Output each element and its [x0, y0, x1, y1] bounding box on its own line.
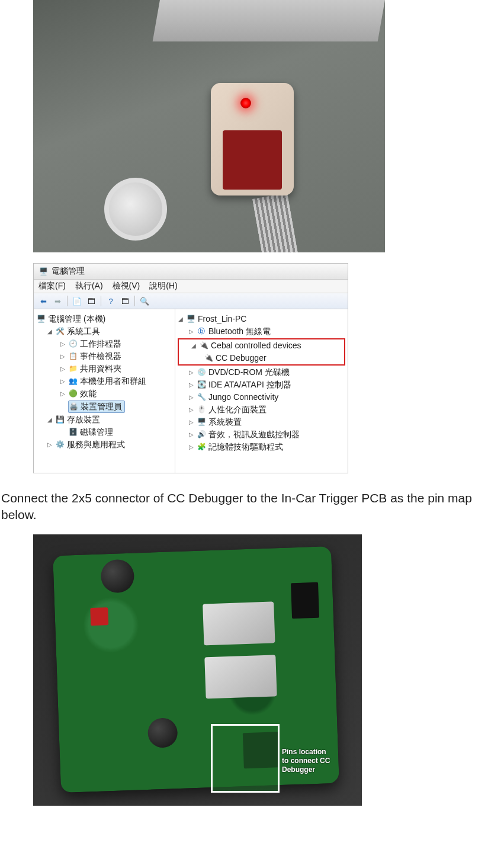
- toolbar-separator: [67, 296, 68, 306]
- expand-icon[interactable]: ◢: [47, 414, 53, 425]
- pin-label-line2: to connect CC Debugger: [282, 757, 362, 774]
- menu-bar[interactable]: 檔案(F) 執行(A) 檢視(V) 說明(H): [34, 280, 348, 293]
- toolbar-separator: [134, 296, 135, 306]
- scan-icon[interactable]: 🔍: [139, 295, 150, 307]
- tree-device-manager[interactable]: 🖨️ 裝置管理員: [36, 400, 172, 414]
- storage-icon: 💾: [55, 415, 65, 425]
- expand-icon[interactable]: ▷: [60, 363, 66, 374]
- buzzer-shape: [147, 717, 178, 748]
- expand-icon[interactable]: ▷: [188, 416, 194, 428]
- menu-view[interactable]: 檢視(V): [113, 281, 140, 291]
- ide-icon: 💽: [197, 380, 206, 390]
- device-memory[interactable]: ▷ 🧩 記憶體技術驅動程式: [178, 441, 345, 453]
- device-dvd[interactable]: ▷ 💿 DVD/CD-ROM 光碟機: [178, 366, 345, 379]
- back-button[interactable]: ⬅: [37, 295, 49, 307]
- device-hid[interactable]: ▷ 🖱️ 人性化介面裝置: [178, 403, 345, 416]
- memory-icon: 🧩: [197, 443, 206, 452]
- tree-label: 記憶體技術驅動程式: [208, 441, 283, 453]
- pin-location-label: Pins location to connect CC Debugger: [282, 748, 362, 774]
- jungo-icon: 🔧: [197, 393, 206, 402]
- users-icon: 👥: [68, 377, 78, 386]
- expand-icon[interactable]: ▷: [188, 392, 194, 403]
- photo-pcb: Pins location to connect CC Debugger: [33, 534, 362, 806]
- toolbar-separator: [101, 296, 101, 306]
- pin-label-line1: Pins location: [282, 748, 362, 757]
- tree-label: Jungo Connectivity: [208, 392, 278, 403]
- perf-icon: 🟢: [68, 389, 78, 399]
- window-title: 電腦管理: [52, 266, 85, 277]
- hid-icon: 🖱️: [197, 405, 206, 415]
- device-system[interactable]: ▷ 🖥️ 系統裝置: [178, 416, 345, 428]
- panel-icon[interactable]: 🗔: [119, 295, 131, 307]
- expand-icon[interactable]: ▷: [188, 379, 194, 390]
- computer-icon: 🖥️: [38, 267, 48, 276]
- expand-icon[interactable]: ◢: [178, 313, 184, 325]
- tree-label: 電腦管理 (本機): [48, 313, 105, 325]
- device-bluetooth[interactable]: ▷ ⓑ Bluetooth 無線電: [178, 325, 345, 338]
- usb-icon: 🔌: [199, 341, 208, 351]
- tree-services-apps[interactable]: ▷ ⚙️ 服務與應用程式: [36, 438, 172, 451]
- expand-icon[interactable]: ▷: [60, 376, 66, 387]
- expand-icon[interactable]: ▷: [188, 404, 194, 415]
- expand-icon[interactable]: ▷: [60, 388, 66, 399]
- folder-up-icon[interactable]: 📄: [71, 295, 83, 307]
- photo-cc-debugger: [33, 0, 385, 252]
- tree-label: 事件檢視器: [80, 351, 121, 362]
- toolbar: ⬅ ➡ 📄 🗔 ? 🗔 🔍: [34, 293, 348, 309]
- computer-icon: 🖥️: [36, 315, 46, 324]
- tree-event-viewer[interactable]: ▷ 📋 事件檢視器: [36, 350, 172, 363]
- expand-icon[interactable]: ▷: [188, 326, 194, 337]
- window-body: 🖥️ 電腦管理 (本機) ◢ 🛠️ 系統工具 ▷ 🕘 工作排程器 ▷ 📋 事件檢…: [34, 309, 348, 473]
- tree-disk-mgmt[interactable]: 🗄️ 磁碟管理: [36, 426, 172, 438]
- tree-label: 工作排程器: [80, 338, 121, 350]
- expand-icon[interactable]: ◢: [191, 340, 197, 351]
- status-led-icon: [240, 98, 251, 108]
- capacitor-shape: [100, 559, 134, 593]
- ribbon-cable-shape: [252, 193, 300, 252]
- tree-label: CC Debugger: [216, 352, 267, 364]
- tree-label: Frost_Lin-PC: [198, 313, 246, 325]
- tree-root[interactable]: 🖥️ 電腦管理 (本機): [36, 313, 172, 325]
- tree-label: Cebal controlled devices: [211, 340, 301, 351]
- tree-label: 系統工具: [67, 326, 100, 337]
- tree-system-tools[interactable]: ◢ 🛠️ 系統工具: [36, 325, 172, 338]
- expand-icon[interactable]: ▷: [60, 338, 66, 350]
- device-cc-debugger[interactable]: 🔌 CC Debugger: [180, 352, 343, 364]
- tree-performance[interactable]: ▷ 🟢 效能: [36, 387, 172, 400]
- tree-task-scheduler[interactable]: ▷ 🕘 工作排程器: [36, 338, 172, 350]
- expand-icon[interactable]: ▷: [60, 351, 66, 362]
- tree-label: DVD/CD-ROM 光碟機: [208, 367, 290, 378]
- tree-label: 人性化介面裝置: [208, 404, 267, 415]
- device-manager-icon: 🖨️: [69, 402, 78, 412]
- switch-shape: [90, 607, 108, 626]
- expand-icon[interactable]: ▷: [188, 429, 194, 440]
- expand-icon[interactable]: ▷: [188, 367, 194, 378]
- debugger-case-shape: [211, 83, 294, 196]
- device-ide[interactable]: ▷ 💽 IDE ATA/ATAPI 控制器: [178, 379, 345, 391]
- device-cebal[interactable]: ◢ 🔌 Cebal controlled devices: [180, 339, 343, 352]
- device-icon: 🔌: [204, 354, 213, 363]
- tree-shared-folders[interactable]: ▷ 📁 共用資料夾: [36, 363, 172, 375]
- tree-local-users[interactable]: ▷ 👥 本機使用者和群組: [36, 375, 172, 387]
- expand-icon[interactable]: ▷: [47, 439, 53, 450]
- properties-icon[interactable]: 🗔: [85, 295, 97, 307]
- tree-label: 服務與應用程式: [67, 439, 125, 450]
- forward-button[interactable]: ➡: [52, 295, 63, 307]
- tree-label: 存放裝置: [67, 414, 100, 425]
- rf-shield-shape: [203, 601, 275, 645]
- tree-storage[interactable]: ◢ 💾 存放裝置: [36, 414, 172, 426]
- menu-action[interactable]: 執行(A): [75, 281, 103, 291]
- device-jungo[interactable]: ▷ 🔧 Jungo Connectivity: [178, 391, 345, 403]
- sound-icon: 🔊: [197, 430, 206, 440]
- menu-help[interactable]: 說明(H): [149, 281, 177, 291]
- help-icon[interactable]: ?: [105, 295, 117, 307]
- ic-shape: [291, 582, 319, 619]
- device-sound[interactable]: ▷ 🔊 音效，視訊及遊戲控制器: [178, 428, 345, 441]
- expand-icon[interactable]: ▷: [188, 441, 194, 453]
- tree-label: 本機使用者和群組: [80, 376, 146, 387]
- device-root[interactable]: ◢ 🖥️ Frost_Lin-PC: [178, 313, 345, 325]
- expand-icon[interactable]: ◢: [47, 326, 53, 337]
- menu-file[interactable]: 檔案(F): [38, 281, 66, 291]
- disk-icon: 🗄️: [68, 428, 78, 437]
- tree-label: IDE ATA/ATAPI 控制器: [208, 379, 291, 390]
